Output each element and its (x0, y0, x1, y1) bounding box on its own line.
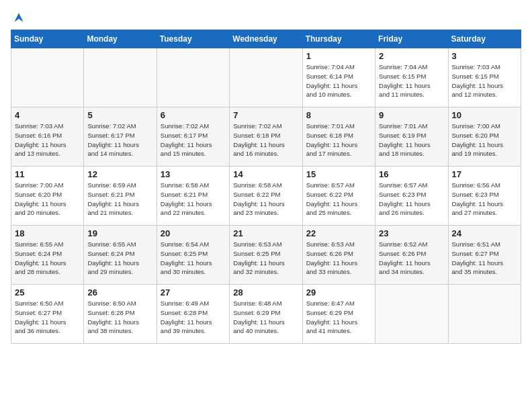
header-sunday: Sunday (11, 30, 84, 48)
day-number: 16 (379, 169, 444, 179)
day-number: 28 (233, 287, 298, 298)
day-info: Sunrise: 7:01 AMSunset: 6:18 PMDaylight:… (306, 122, 371, 158)
day-number: 18 (15, 228, 80, 238)
calendar-cell: 5Sunrise: 7:02 AMSunset: 6:17 PMDaylight… (84, 107, 157, 167)
week-row-4: 18Sunrise: 6:55 AMSunset: 6:24 PMDayligh… (11, 226, 521, 285)
calendar-cell (84, 48, 157, 107)
day-info: Sunrise: 6:57 AMSunset: 6:22 PMDaylight:… (306, 181, 371, 218)
calendar-cell: 11Sunrise: 7:00 AMSunset: 6:20 PMDayligh… (11, 167, 84, 226)
day-number: 17 (452, 169, 517, 179)
header-wednesday: Wednesday (230, 30, 302, 48)
day-info: Sunrise: 6:58 AMSunset: 6:22 PMDaylight:… (233, 181, 298, 218)
header-monday: Monday (84, 30, 157, 48)
page-header (11, 11, 521, 24)
day-number: 5 (87, 110, 152, 120)
header-thursday: Thursday (302, 30, 375, 48)
day-info: Sunrise: 6:52 AMSunset: 6:26 PMDaylight:… (379, 240, 444, 277)
calendar-table: SundayMondayTuesdayWednesdayThursdayFrid… (11, 30, 521, 344)
day-number: 26 (87, 287, 152, 298)
day-number: 25 (15, 287, 80, 298)
day-number: 10 (452, 110, 517, 120)
day-info: Sunrise: 6:59 AMSunset: 6:21 PMDaylight:… (87, 181, 152, 218)
day-number: 19 (87, 228, 152, 238)
day-number: 9 (379, 110, 444, 120)
day-number: 27 (161, 287, 226, 298)
day-info: Sunrise: 6:50 AMSunset: 6:28 PMDaylight:… (87, 299, 152, 336)
day-info: Sunrise: 7:03 AMSunset: 6:16 PMDaylight:… (15, 122, 80, 158)
calendar-cell: 22Sunrise: 6:53 AMSunset: 6:26 PMDayligh… (302, 226, 375, 285)
day-info: Sunrise: 6:48 AMSunset: 6:29 PMDaylight:… (233, 299, 298, 336)
day-number: 22 (306, 228, 371, 238)
day-info: Sunrise: 7:03 AMSunset: 6:15 PMDaylight:… (452, 62, 517, 99)
day-number: 3 (452, 51, 517, 61)
svg-marker-0 (14, 13, 23, 21)
calendar-cell: 13Sunrise: 6:58 AMSunset: 6:21 PMDayligh… (157, 167, 229, 226)
calendar-cell: 14Sunrise: 6:58 AMSunset: 6:22 PMDayligh… (230, 167, 302, 226)
day-number: 2 (379, 51, 444, 61)
calendar-cell: 29Sunrise: 6:47 AMSunset: 6:29 PMDayligh… (302, 285, 375, 344)
day-info: Sunrise: 7:04 AMSunset: 6:14 PMDaylight:… (306, 62, 371, 99)
calendar-cell: 15Sunrise: 6:57 AMSunset: 6:22 PMDayligh… (302, 167, 375, 226)
day-number: 23 (379, 228, 444, 238)
day-number: 21 (233, 228, 298, 238)
calendar-cell: 16Sunrise: 6:57 AMSunset: 6:23 PMDayligh… (375, 167, 448, 226)
calendar-cell: 6Sunrise: 7:02 AMSunset: 6:17 PMDaylight… (157, 107, 229, 167)
calendar-cell: 3Sunrise: 7:03 AMSunset: 6:15 PMDaylight… (448, 48, 521, 107)
day-info: Sunrise: 7:00 AMSunset: 6:20 PMDaylight:… (452, 122, 517, 158)
calendar-cell: 18Sunrise: 6:55 AMSunset: 6:24 PMDayligh… (11, 226, 84, 285)
day-number: 12 (87, 169, 152, 179)
day-number: 13 (161, 169, 226, 179)
calendar-cell: 2Sunrise: 7:04 AMSunset: 6:15 PMDaylight… (375, 48, 448, 107)
calendar-cell: 19Sunrise: 6:55 AMSunset: 6:24 PMDayligh… (84, 226, 157, 285)
day-info: Sunrise: 6:58 AMSunset: 6:21 PMDaylight:… (161, 181, 226, 218)
calendar-cell: 21Sunrise: 6:53 AMSunset: 6:25 PMDayligh… (230, 226, 302, 285)
calendar-cell: 17Sunrise: 6:56 AMSunset: 6:23 PMDayligh… (448, 167, 521, 226)
calendar-cell (11, 48, 84, 107)
calendar-cell: 10Sunrise: 7:00 AMSunset: 6:20 PMDayligh… (448, 107, 521, 167)
calendar-cell (375, 285, 448, 344)
week-row-2: 4Sunrise: 7:03 AMSunset: 6:16 PMDaylight… (11, 107, 521, 167)
calendar-cell (230, 48, 302, 107)
day-info: Sunrise: 6:51 AMSunset: 6:27 PMDaylight:… (452, 240, 517, 277)
header-tuesday: Tuesday (157, 30, 229, 48)
day-info: Sunrise: 6:55 AMSunset: 6:24 PMDaylight:… (15, 240, 80, 277)
calendar-cell: 25Sunrise: 6:50 AMSunset: 6:27 PMDayligh… (11, 285, 84, 344)
day-info: Sunrise: 6:53 AMSunset: 6:25 PMDaylight:… (233, 240, 298, 277)
calendar-cell (448, 285, 521, 344)
header-friday: Friday (375, 30, 448, 48)
day-number: 14 (233, 169, 298, 179)
day-number: 4 (15, 110, 80, 120)
calendar-cell: 27Sunrise: 6:49 AMSunset: 6:28 PMDayligh… (157, 285, 229, 344)
day-number: 6 (161, 110, 226, 120)
day-number: 8 (306, 110, 371, 120)
calendar-cell: 7Sunrise: 7:02 AMSunset: 6:18 PMDaylight… (230, 107, 302, 167)
calendar-cell: 26Sunrise: 6:50 AMSunset: 6:28 PMDayligh… (84, 285, 157, 344)
day-info: Sunrise: 6:55 AMSunset: 6:24 PMDaylight:… (87, 240, 152, 277)
day-info: Sunrise: 7:02 AMSunset: 6:18 PMDaylight:… (233, 122, 298, 158)
day-number: 11 (15, 169, 80, 179)
calendar-cell: 20Sunrise: 6:54 AMSunset: 6:25 PMDayligh… (157, 226, 229, 285)
calendar-cell: 23Sunrise: 6:52 AMSunset: 6:26 PMDayligh… (375, 226, 448, 285)
day-info: Sunrise: 6:54 AMSunset: 6:25 PMDaylight:… (161, 240, 226, 277)
calendar-cell: 24Sunrise: 6:51 AMSunset: 6:27 PMDayligh… (448, 226, 521, 285)
day-info: Sunrise: 7:04 AMSunset: 6:15 PMDaylight:… (379, 62, 444, 99)
day-number: 24 (452, 228, 517, 238)
day-info: Sunrise: 7:02 AMSunset: 6:17 PMDaylight:… (161, 122, 226, 158)
day-number: 20 (161, 228, 226, 238)
calendar-cell: 8Sunrise: 7:01 AMSunset: 6:18 PMDaylight… (302, 107, 375, 167)
day-info: Sunrise: 7:00 AMSunset: 6:20 PMDaylight:… (15, 181, 80, 218)
day-info: Sunrise: 6:56 AMSunset: 6:23 PMDaylight:… (452, 181, 517, 218)
day-number: 7 (233, 110, 298, 120)
day-number: 29 (306, 287, 371, 298)
logo-icon (12, 11, 26, 24)
calendar-cell: 9Sunrise: 7:01 AMSunset: 6:19 PMDaylight… (375, 107, 448, 167)
calendar-cell: 12Sunrise: 6:59 AMSunset: 6:21 PMDayligh… (84, 167, 157, 226)
week-row-5: 25Sunrise: 6:50 AMSunset: 6:27 PMDayligh… (11, 285, 521, 344)
calendar-cell: 1Sunrise: 7:04 AMSunset: 6:14 PMDaylight… (302, 48, 375, 107)
calendar-cell: 28Sunrise: 6:48 AMSunset: 6:29 PMDayligh… (230, 285, 302, 344)
week-row-1: 1Sunrise: 7:04 AMSunset: 6:14 PMDaylight… (11, 48, 521, 107)
day-info: Sunrise: 6:53 AMSunset: 6:26 PMDaylight:… (306, 240, 371, 277)
calendar-cell: 4Sunrise: 7:03 AMSunset: 6:16 PMDaylight… (11, 107, 84, 167)
day-info: Sunrise: 6:50 AMSunset: 6:27 PMDaylight:… (15, 299, 80, 336)
calendar-cell (157, 48, 229, 107)
